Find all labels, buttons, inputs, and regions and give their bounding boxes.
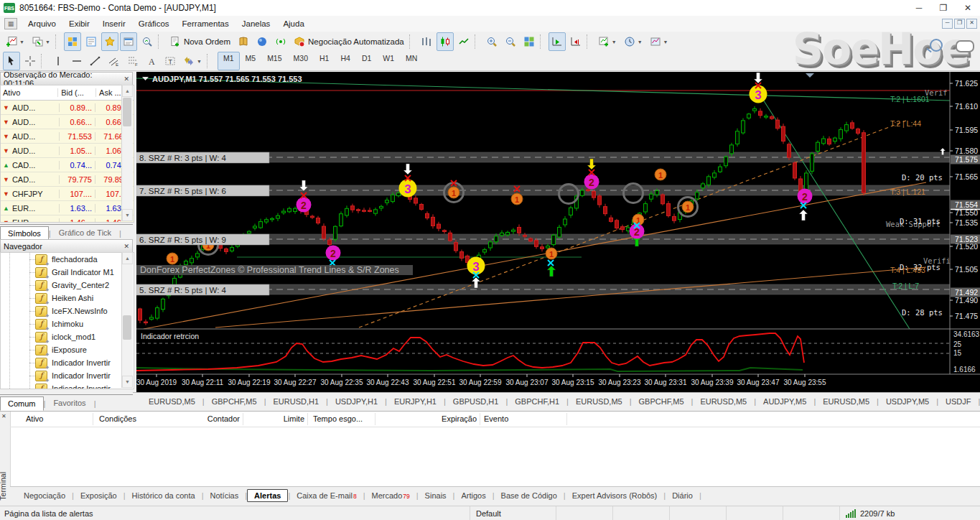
timeframe-m15[interactable]: M15 [261, 52, 287, 70]
terminal-tab-di-rio[interactable]: Diário [666, 490, 699, 501]
chart-tab-eurusd-m5-7[interactable]: EURUSD,M5 [569, 397, 630, 406]
hline-tool[interactable] [68, 52, 85, 70]
metaeditor-button[interactable] [235, 32, 252, 51]
trendline-tool[interactable] [87, 52, 104, 70]
scroll-thumb[interactable] [123, 315, 131, 340]
navigator-item-heiken-ashi[interactable]: ƒHeiken Ashi [1, 292, 134, 305]
menu-inserir[interactable]: Inserir [96, 17, 132, 30]
market-watch-row[interactable]: ▼CHFJPY107....107.... [1, 187, 134, 201]
chart-tab-gbpchf-m5-1[interactable]: GBPCHF,M5 [205, 397, 264, 406]
signals-button[interactable] [272, 32, 289, 51]
price-chart[interactable]: 11111111222223338. SRZ # R: 3 pts | W: 4… [136, 72, 980, 392]
chart-tab-usdjpy-h1-3[interactable]: USDJPY,H1 [328, 397, 385, 406]
cursor-tool[interactable] [3, 52, 20, 70]
terminal-column-limite[interactable]: Limite [284, 414, 304, 423]
chart-shift-button[interactable] [567, 32, 584, 51]
fibonacci-tool[interactable]: F [124, 52, 141, 70]
chart-tab-eurjpy-h1-4[interactable]: EURJPY,H1 [387, 397, 444, 406]
market-watch-row[interactable]: ▼AUD...0.89...0.89... [1, 101, 134, 115]
scroll-up-icon[interactable]: ▲ [122, 85, 133, 97]
terminal-column-tempo-esgo[interactable]: Tempo esgo... [313, 414, 363, 423]
terminal-column-contador[interactable]: Contador [207, 414, 240, 423]
timeframe-m30[interactable]: M30 [288, 52, 314, 70]
periods-button[interactable]: ▼ [621, 32, 645, 51]
navigator-item-icefx-newsinfo[interactable]: ƒIceFX.NewsInfo [1, 305, 134, 317]
terminal-tab-exposi-o[interactable]: Exposição [74, 490, 123, 501]
scroll-thumb[interactable] [123, 98, 131, 126]
autotrading-button[interactable]: Negociação Automatizada [291, 32, 407, 51]
navigator-item-iexposure[interactable]: ƒiExposure [1, 343, 134, 356]
chart-canvas[interactable]: 11111111222223338. SRZ # R: 3 pts | W: 4… [136, 72, 980, 392]
minimize-icon[interactable]: ─ [907, 1, 931, 16]
timeframe-d1[interactable]: D1 [356, 52, 377, 70]
chart-tab-gbpchf-m5-8[interactable]: GBPCHF,M5 [632, 397, 691, 406]
new-order-button[interactable]: Nova Ordem [167, 32, 233, 51]
chart-tab-eurusd-m5-9[interactable]: EURUSD,M5 [693, 397, 754, 406]
chart-tab-gbpusd-h1-5[interactable]: GBPUSD,H1 [446, 397, 506, 406]
timeframe-w1[interactable]: W1 [377, 52, 400, 70]
channel-tool[interactable]: E [106, 52, 123, 70]
chart-tab-eurusd-m5-0[interactable]: EURUSD,M5 [141, 397, 202, 406]
timeframe-m1[interactable]: M1 [218, 52, 240, 70]
terminal-column-evento[interactable]: Evento [484, 414, 508, 423]
strategy-tester-toggle[interactable] [139, 32, 156, 51]
terminal-column-expira-o[interactable]: Expiração [442, 414, 477, 423]
text-tool[interactable]: A [143, 52, 160, 70]
status-profile[interactable]: Default [470, 506, 556, 520]
terminal-column-ativo[interactable]: Ativo [26, 414, 43, 423]
terminal-tab-hist-rico-da-conta[interactable]: Histórico da conta [126, 490, 202, 501]
community-button[interactable] [253, 32, 271, 51]
navigator-item-gravity-center2[interactable]: ƒGravity_Center2 [1, 279, 134, 292]
new-chart-button[interactable]: ▼ [3, 32, 27, 51]
chart-tab-usdjpy-m5-12[interactable]: USDJPY,M5 [879, 397, 936, 406]
market-watch-row[interactable]: ▼AUD...1.05...1.06... [1, 144, 134, 158]
chart-tab-eurusd-m5-11[interactable]: EURUSD,M5 [816, 397, 877, 406]
market-watch-row[interactable]: ▲CAD...0.74...0.74... [1, 158, 134, 172]
terminal-toggle[interactable] [120, 32, 137, 51]
timeframe-mn[interactable]: MN [400, 52, 423, 70]
menu-gr-ficos[interactable]: Gráficos [132, 17, 176, 30]
shapes-tool[interactable]: ▼ [180, 52, 205, 70]
tab-gr-fico-de-tick[interactable]: Gráfico de Tick [51, 226, 119, 240]
market-watch-row[interactable]: ▼CAD...79.77579.896 [1, 172, 134, 187]
terminal-tab-caixa-de-e-mail[interactable]: Caixa de E-mail8 [290, 490, 363, 501]
tile-windows-button[interactable] [521, 32, 538, 51]
line-chart-button[interactable] [455, 32, 472, 51]
tab-s-mbolos[interactable]: Símbolos [0, 226, 49, 241]
terminal-tab-base-de-c-digo[interactable]: Base de Código [495, 490, 564, 501]
close-icon[interactable]: ✕ [956, 1, 980, 16]
child-minimize-icon[interactable]: ─ [942, 19, 953, 29]
menu-arquivo[interactable]: Arquivo [22, 17, 62, 30]
zoom-in-button[interactable] [483, 32, 500, 51]
navigator-item-ichimoku[interactable]: ƒIchimoku [1, 317, 134, 330]
navigator-item-flechadorada[interactable]: ƒflechadorada [1, 253, 134, 266]
market-watch-row[interactable]: ▲EUR...1.63...1.63... [1, 201, 134, 215]
market-watch-row[interactable]: ▼EUR...1.46...1.46... [1, 215, 134, 223]
menu-ferramentas[interactable]: Ferramentas [176, 17, 235, 30]
navigator-toggle[interactable] [101, 32, 118, 51]
market-watch-scrollbar[interactable]: ▲ ▼ [121, 85, 133, 221]
restore-icon[interactable]: ❐ [931, 1, 956, 16]
terminal-tab-mercado[interactable]: Mercado79 [365, 490, 416, 501]
navigator-item-indicador-invertir[interactable]: ƒIndicador Invertir [1, 369, 134, 382]
terminal-tab-expert-advisors-rob-s[interactable]: Expert Advisors (Robôs) [566, 490, 664, 501]
market-watch-toggle[interactable] [64, 32, 81, 51]
timeframe-h4[interactable]: H4 [335, 52, 355, 70]
chart-tab-usdjf-13[interactable]: USDJF [938, 397, 978, 406]
market-watch-row[interactable]: ▼AUD...0.66...0.66... [1, 115, 134, 129]
timeframe-m5[interactable]: M5 [240, 52, 262, 70]
navigator-item-iclock-mod1[interactable]: ƒiclock_mod1 [1, 330, 134, 343]
navigator-item-indicador-invertir[interactable]: ƒIndicador Invertir [1, 356, 134, 369]
tab-comum[interactable]: Comum [0, 396, 44, 411]
indicators-button[interactable]: ▼ [595, 32, 620, 51]
child-restore-icon[interactable]: ❐ [954, 19, 965, 29]
column-ativo[interactable]: Ativo [1, 88, 57, 97]
profiles-button[interactable]: ▼ [29, 32, 53, 51]
child-close-icon[interactable]: ✕ [966, 19, 977, 29]
terminal-tab-negocia-o[interactable]: Negociação [17, 490, 72, 501]
vline-tool[interactable] [50, 52, 67, 70]
crosshair-tool[interactable] [22, 52, 39, 70]
label-tool[interactable]: T [162, 52, 179, 70]
menu-exibir[interactable]: Exibir [62, 17, 96, 30]
chart-tab-audjpy-m5-10[interactable]: AUDJPY,M5 [756, 397, 813, 406]
